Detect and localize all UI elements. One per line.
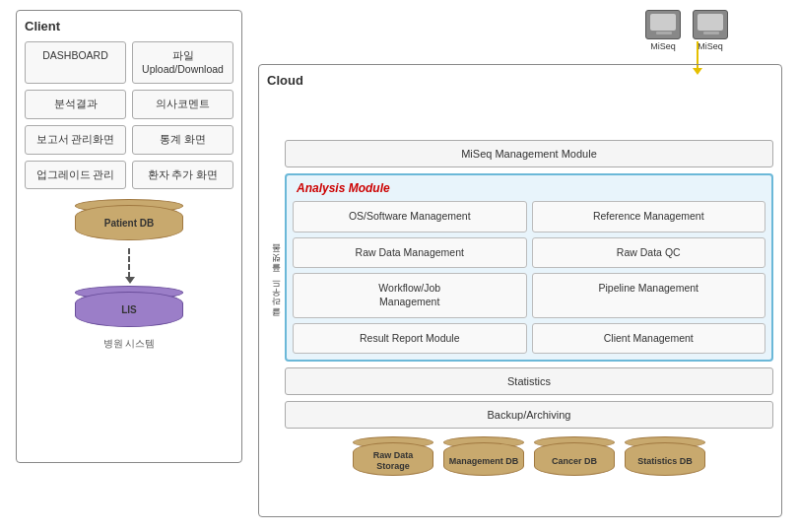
raw-data-qc-btn[interactable]: Raw Data QC [532, 237, 766, 269]
main-container: Client DASHBOARD 파일 Upload/Download 분석결과… [0, 0, 798, 532]
client-button-grid: DASHBOARD 파일 Upload/Download 분석결과 의사코멘트 … [25, 41, 233, 189]
cloud-content: MiSeq Management Module Analysis Module … [285, 96, 773, 476]
bottom-db-row: Raw Data Storage Management DB Cancer DB [285, 436, 773, 476]
workflow-job-btn[interactable]: Workflow/Job Management [293, 273, 527, 317]
statistics-db-cylinder: Statistics DB [625, 436, 705, 476]
statistics-db-body: Statistics DB [625, 442, 705, 476]
reference-mgmt-btn[interactable]: Reference Management [532, 201, 766, 233]
miseq-area: MiSeq MiSeq [258, 10, 782, 64]
hospital-label: 병원 시스템 [103, 337, 156, 351]
lis-cylinder: LIS [75, 286, 183, 327]
analysis-result-button[interactable]: 분석결과 [25, 90, 126, 119]
analysis-module-label: Analysis Module [293, 181, 765, 195]
raw-data-storage-cylinder: Raw Data Storage [353, 436, 433, 476]
patient-db-cylinder: Patient DB [75, 199, 183, 240]
doctor-comment-button[interactable]: 의사코멘트 [132, 90, 233, 119]
analysis-module: Analysis Module OS/Software Management R… [285, 173, 773, 362]
cloud-label: Cloud [267, 73, 773, 88]
lis-body: LIS [75, 292, 183, 327]
cloud-side-label-container: 클라우드 플랫폼 [267, 96, 285, 476]
miseq-icons-group: MiSeq MiSeq [645, 10, 728, 51]
miseq-label-2: MiSeq [698, 41, 723, 51]
statistics-box: Statistics [285, 367, 773, 395]
client-db-section: Patient DB LIS 병원 시스템 [25, 199, 233, 351]
cloud-inner: 클라우드 플랫폼 MiSeq Management Module Analysi… [267, 96, 773, 476]
cancer-db-cylinder: Cancer DB [534, 436, 615, 476]
patient-add-button[interactable]: 환자 추가 화면 [132, 161, 233, 190]
miseq-label-1: MiSeq [650, 41, 676, 51]
miseq-icon-2 [693, 10, 728, 39]
file-upload-button[interactable]: 파일 Upload/Download [132, 41, 233, 84]
db-arrow [128, 248, 130, 278]
client-section: Client DASHBOARD 파일 Upload/Download 분석결과… [16, 10, 242, 463]
miseq-icon-1 [645, 10, 681, 39]
analysis-grid: OS/Software Management Reference Managem… [293, 201, 765, 354]
miseq-mgmt-module: MiSeq Management Module [285, 140, 773, 167]
management-db-body: Management DB [443, 442, 524, 476]
pipeline-mgmt-btn[interactable]: Pipeline Management [532, 273, 766, 317]
stats-screen-button[interactable]: 통계 화면 [132, 125, 233, 155]
miseq-device-1: MiSeq [645, 10, 681, 51]
patient-db-body: Patient DB [75, 205, 183, 240]
upgrade-mgmt-button[interactable]: 업그레이드 관리 [25, 161, 126, 190]
client-mgmt-btn[interactable]: Client Management [532, 323, 766, 355]
cancer-db-body: Cancer DB [534, 442, 615, 476]
cloud-section: Cloud 클라우드 플랫폼 MiSeq Management Module A… [258, 64, 782, 517]
cloud-platform-label: 클라우드 플랫폼 [270, 249, 283, 322]
cloud-wrapper: MiSeq MiSeq Cloud 클라우드 플랫폼 [258, 10, 782, 517]
raw-data-storage-body: Raw Data Storage [353, 442, 433, 476]
management-db-cylinder: Management DB [443, 436, 524, 476]
client-label: Client [25, 19, 233, 33]
backup-box: Backup/Archiving [285, 401, 773, 429]
report-mgmt-button[interactable]: 보고서 관리화면 [25, 125, 126, 155]
dashboard-button[interactable]: DASHBOARD [25, 41, 126, 84]
os-software-btn[interactable]: OS/Software Management [293, 201, 527, 233]
raw-data-mgmt-btn[interactable]: Raw Data Management [293, 237, 527, 269]
result-report-btn[interactable]: Result Report Module [293, 323, 527, 355]
